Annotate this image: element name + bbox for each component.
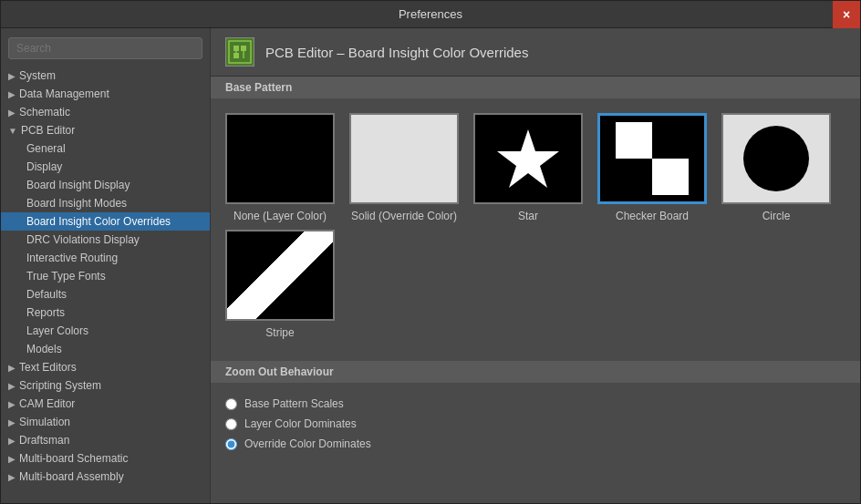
sidebar-label: Board Insight Display: [26, 179, 130, 191]
sidebar-label: Multi-board Assembly: [19, 470, 124, 483]
zoom-section: Base Pattern Scales Layer Color Dominate…: [211, 383, 860, 472]
sidebar-item-simulation[interactable]: ▶ Simulation: [1, 413, 210, 431]
arrow-icon: ▼: [8, 126, 17, 136]
radio-base-pattern-scales[interactable]: [225, 398, 237, 410]
sidebar-label: Models: [26, 343, 62, 355]
pattern-item-star[interactable]: Star: [473, 113, 583, 222]
sidebar-item-models[interactable]: Models: [1, 340, 210, 358]
zoom-out-header: Zoom Out Behaviour: [211, 361, 860, 383]
arrow-icon: ▶: [8, 436, 16, 446]
circle-inner: [743, 126, 809, 191]
arrow-icon: ▶: [8, 454, 16, 464]
arrow-icon: ▶: [8, 472, 16, 482]
sidebar-label: True Type Fonts: [26, 270, 106, 283]
sidebar-label: Reports: [26, 306, 65, 319]
checker-cell: [652, 159, 689, 195]
patterns-grid: None (Layer Color) Solid (Override Color…: [211, 98, 860, 361]
sidebar-label: Data Management: [19, 87, 109, 100]
pattern-item-none[interactable]: None (Layer Color): [225, 113, 335, 222]
sidebar-label: Defaults: [26, 288, 67, 301]
svg-rect-3: [241, 46, 246, 51]
sidebar-item-multi-board-assembly[interactable]: ▶ Multi-board Assembly: [1, 468, 210, 486]
sidebar-item-general[interactable]: General: [1, 139, 210, 158]
sidebar-label: Schematic: [19, 106, 70, 118]
sidebar-item-layer-colors[interactable]: Layer Colors: [1, 322, 210, 340]
arrow-icon: ▶: [8, 71, 16, 81]
star-svg: [495, 126, 561, 191]
pattern-box-circle: [721, 113, 831, 204]
pattern-box-solid: [349, 113, 459, 204]
pattern-item-stripe[interactable]: Stripe: [225, 230, 335, 339]
pattern-label-checker: Checker Board: [616, 210, 689, 222]
pattern-item-checker[interactable]: Checker Board: [597, 113, 707, 222]
sidebar-item-scripting-system[interactable]: ▶ Scripting System: [1, 376, 210, 395]
sidebar-label: DRC Violations Display: [26, 233, 140, 246]
sidebar-item-defaults[interactable]: Defaults: [1, 285, 210, 303]
sidebar-item-board-insight-color-overrides[interactable]: Board Insight Color Overrides: [1, 212, 210, 231]
close-button[interactable]: ×: [833, 1, 860, 28]
arrow-icon: ▶: [8, 363, 16, 373]
preferences-dialog: Preferences × ▶ System ▶ Data Management…: [0, 0, 861, 504]
radio-layer-color-dominates[interactable]: [225, 418, 237, 430]
pattern-label-none: None (Layer Color): [233, 210, 327, 222]
sidebar-item-multi-board-schematic[interactable]: ▶ Multi-board Schematic: [1, 449, 210, 468]
pattern-item-circle[interactable]: Circle: [721, 113, 831, 222]
radio-label-base-pattern-scales: Base Pattern Scales: [244, 397, 344, 410]
pcb-icon: [226, 38, 254, 66]
pattern-label-solid: Solid (Override Color): [351, 210, 457, 222]
panel-title: PCB Editor – Board Insight Color Overrid…: [265, 45, 528, 60]
arrow-icon: ▶: [8, 399, 16, 409]
sidebar-label: Layer Colors: [26, 324, 88, 337]
sidebar-item-true-type-fonts[interactable]: True Type Fonts: [1, 267, 210, 285]
base-pattern-header: Base Pattern: [211, 77, 860, 98]
panel-header: PCB Editor – Board Insight Color Overrid…: [211, 28, 860, 77]
sidebar-item-board-insight-display[interactable]: Board Insight Display: [1, 176, 210, 194]
sidebar-label: Display: [26, 160, 62, 173]
main-panel: PCB Editor – Board Insight Color Overrid…: [211, 28, 860, 503]
pattern-label-star: Star: [518, 210, 538, 222]
sidebar-item-reports[interactable]: Reports: [1, 303, 210, 322]
sidebar-item-draftsman[interactable]: ▶ Draftsman: [1, 431, 210, 449]
sidebar-label: Simulation: [19, 416, 70, 428]
search-input[interactable]: [8, 37, 202, 59]
sidebar-item-schematic[interactable]: ▶ Schematic: [1, 103, 210, 121]
stripe-inner: [227, 231, 333, 319]
arrow-icon: ▶: [8, 108, 16, 118]
sidebar-label: Interactive Routing: [26, 252, 118, 264]
sidebar-item-board-insight-modes[interactable]: Board Insight Modes: [1, 194, 210, 212]
sidebar-label: General: [26, 142, 66, 155]
pattern-item-solid[interactable]: Solid (Override Color): [349, 113, 459, 222]
pattern-box-stripe: [225, 230, 335, 321]
close-icon: ×: [843, 7, 850, 22]
sidebar-item-system[interactable]: ▶ System: [1, 67, 210, 85]
pattern-box-checker: [597, 113, 707, 204]
svg-rect-2: [233, 46, 239, 51]
svg-rect-4: [233, 53, 239, 58]
sidebar-label: Multi-board Schematic: [19, 452, 128, 465]
title-bar: Preferences ×: [1, 1, 860, 28]
sidebar-item-cam-editor[interactable]: ▶ CAM Editor: [1, 395, 210, 413]
content-area: ▶ System ▶ Data Management ▶ Schematic ▼…: [1, 28, 860, 503]
radio-override-color-dominates[interactable]: [225, 438, 237, 450]
sidebar-label: System: [19, 69, 56, 82]
panel-icon: [225, 37, 254, 67]
zoom-option-layer-color[interactable]: Layer Color Dominates: [225, 417, 845, 430]
sidebar-item-display[interactable]: Display: [1, 158, 210, 176]
sidebar-item-text-editors[interactable]: ▶ Text Editors: [1, 358, 210, 376]
sidebar-item-pcb-editor[interactable]: ▼ PCB Editor: [1, 121, 210, 139]
dialog-title: Preferences: [399, 7, 462, 21]
zoom-option-override-color[interactable]: Override Color Dominates: [225, 437, 845, 450]
sidebar-item-drc-violations-display[interactable]: DRC Violations Display: [1, 231, 210, 249]
svg-marker-7: [497, 129, 559, 188]
sidebar-item-interactive-routing[interactable]: Interactive Routing: [1, 249, 210, 267]
checker-inner: [616, 122, 689, 195]
sidebar-item-data-management[interactable]: ▶ Data Management: [1, 85, 210, 103]
sidebar-label: Text Editors: [19, 361, 77, 374]
pattern-label-stripe: Stripe: [265, 326, 294, 339]
arrow-icon: ▶: [8, 89, 16, 99]
sidebar-label: Board Insight Color Overrides: [26, 215, 171, 228]
zoom-option-base-pattern[interactable]: Base Pattern Scales: [225, 397, 845, 410]
pattern-label-circle: Circle: [762, 210, 791, 222]
radio-label-override-color-dominates: Override Color Dominates: [244, 437, 371, 450]
sidebar-label: Scripting System: [19, 379, 101, 392]
